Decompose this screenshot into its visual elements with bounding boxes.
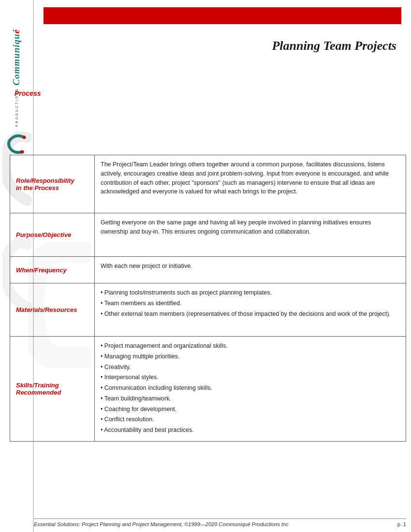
main-table: Role/Responsibilityin the Process The Pr…: [10, 155, 406, 442]
table-row: Skills/TrainingRecommended Project manag…: [10, 337, 406, 442]
footer-right: p. 1: [397, 521, 406, 527]
table-row: Purpose/Objective Getting everyone on th…: [10, 213, 406, 257]
brand-name: Communiqué: [11, 29, 22, 86]
footer-left: Essential Solutions: Project Planning an…: [34, 521, 289, 527]
process-label: Process: [15, 89, 41, 97]
table-container: Role/Responsibilityin the Process The Pr…: [10, 155, 406, 503]
materials-content: Planning tools/instruments such as proje…: [95, 283, 406, 337]
skills-content: Project management and organizational sk…: [95, 337, 406, 442]
role-content: The Project/Team Leader brings others to…: [95, 155, 406, 213]
skills-label: Skills/TrainingRecommended: [10, 337, 95, 442]
red-banner: [44, 7, 401, 24]
role-label: Role/Responsibilityin the Process: [10, 155, 95, 213]
table-row: Materials/Resources Planning tools/instr…: [10, 283, 406, 337]
table-row: Role/Responsibilityin the Process The Pr…: [10, 155, 406, 213]
purpose-label: Purpose/Objective: [10, 213, 95, 257]
when-label: When/Frequency: [10, 257, 95, 283]
footer: Essential Solutions: Project Planning an…: [34, 518, 406, 527]
when-content: With each new project or initiative.: [95, 257, 406, 283]
purpose-content: Getting everyone on the same page and ha…: [95, 213, 406, 257]
page-title: Planning Team Projects: [272, 39, 396, 53]
table-row: When/Frequency With each new project or …: [10, 257, 406, 283]
materials-label: Materials/Resources: [10, 283, 95, 337]
